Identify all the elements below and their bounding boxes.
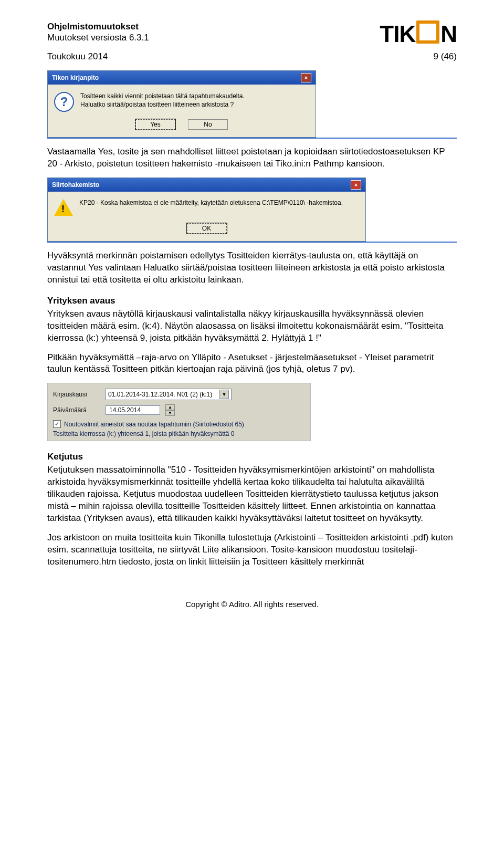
header-subtitle: Muutokset versiosta 6.3.1 xyxy=(47,32,149,43)
logo-o-icon xyxy=(416,20,439,44)
dialog1-titlebar: Tikon kirjanpito × xyxy=(48,71,316,85)
paragraph-4: Pitkään hyväksymättä –raja-arvo on Ylläp… xyxy=(47,352,457,376)
spinner-down-icon[interactable]: ▼ xyxy=(165,410,175,416)
chevron-down-icon[interactable]: ▼ xyxy=(219,390,229,399)
footer-copyright: Copyright © Aditro. All rights reserved. xyxy=(47,600,457,609)
paragraph-6: Jos arkistoon on muita tositteita kuin T… xyxy=(47,532,457,568)
tikon-logo: TIK N xyxy=(380,21,457,47)
header-titles: Ohjelmistomuutokset Muutokset versiosta … xyxy=(47,21,149,44)
dialog-siirtohakemisto: Siirtohakemisto × KP20 - Koska hakemisto… xyxy=(47,177,366,242)
no-button[interactable]: No xyxy=(188,119,228,130)
noutovalmiit-checkbox[interactable]: ✓ xyxy=(53,420,61,428)
dialog2-divider xyxy=(47,242,457,243)
heading-yrityksen-avaus: Yrityksen avaus xyxy=(47,296,457,306)
date-row: Toukokuu 2014 9 (46) xyxy=(47,51,457,62)
dialog2-titlebar: Siirtohakemisto × xyxy=(48,178,365,192)
dialog2-title: Siirtohakemisto xyxy=(52,181,99,189)
logo-text-pre: TIK xyxy=(380,21,415,47)
dialog1-message: Tositteen kaikki viennit poistetaan tält… xyxy=(80,92,245,109)
heading-ketjutus: Ketjutus xyxy=(47,452,457,462)
paragraph-3: Yrityksen avaus näytöllä kirjauskausi va… xyxy=(47,308,457,344)
question-icon: ? xyxy=(54,92,74,112)
dialog2-message: KP20 - Koska hakemistoa ei ole määritelt… xyxy=(79,199,343,206)
ok-button[interactable]: OK xyxy=(187,223,227,234)
paivamaara-input[interactable]: 14.05.2014 xyxy=(106,405,160,415)
dialog1-line2: Haluatko siirtää/poistaa tositteen liitt… xyxy=(80,100,245,109)
kirjauskausi-combo[interactable]: 01.01.2014-31.12.2014, N01 (2) (k:1) ▼ xyxy=(106,389,232,400)
spinner-up-icon[interactable]: ▲ xyxy=(165,404,175,410)
dialog1-title: Tikon kirjanpito xyxy=(52,74,99,81)
paragraph-1: Vastaamalla Yes, tosite ja sen mahdollis… xyxy=(47,146,457,170)
page-number: 9 (46) xyxy=(434,51,457,62)
paragraph-2: Hyväksyntä merkinnän poistamisen edellyt… xyxy=(47,250,457,286)
form-status-text: Tositteita kierrossa (k:) yhteensä 1, jo… xyxy=(53,430,305,437)
dialog1-line1: Tositteen kaikki viennit poistetaan tält… xyxy=(80,92,245,100)
dialog1-divider xyxy=(47,138,457,139)
close-icon[interactable]: × xyxy=(351,180,361,190)
yes-button[interactable]: Yes xyxy=(135,119,175,130)
close-icon[interactable]: × xyxy=(301,73,311,82)
label-kirjauskausi: Kirjauskausi xyxy=(53,391,100,398)
warning-icon xyxy=(54,199,73,216)
label-paivamaara: Päivämäärä xyxy=(53,406,100,414)
kirjauskausi-value: 01.01.2014-31.12.2014, N01 (2) (k:1) xyxy=(108,391,212,398)
doc-date: Toukokuu 2014 xyxy=(47,51,108,62)
logo-text-post: N xyxy=(440,21,457,47)
paragraph-5: Ketjutuksen massatoiminnolla "510 - Tosi… xyxy=(47,464,457,525)
header-title: Ohjelmistomuutokset xyxy=(47,21,149,32)
checkbox-label: Noutovalmiit aineistot saa noutaa tapaht… xyxy=(64,421,244,428)
date-spinner[interactable]: ▲ ▼ xyxy=(165,404,175,416)
page-header: Ohjelmistomuutokset Muutokset versiosta … xyxy=(47,21,457,47)
dialog-tikon-kirjanpito: Tikon kirjanpito × ? Tositteen kaikki vi… xyxy=(47,70,316,138)
kirjauskausi-form: Kirjauskausi 01.01.2014-31.12.2014, N01 … xyxy=(47,383,311,441)
